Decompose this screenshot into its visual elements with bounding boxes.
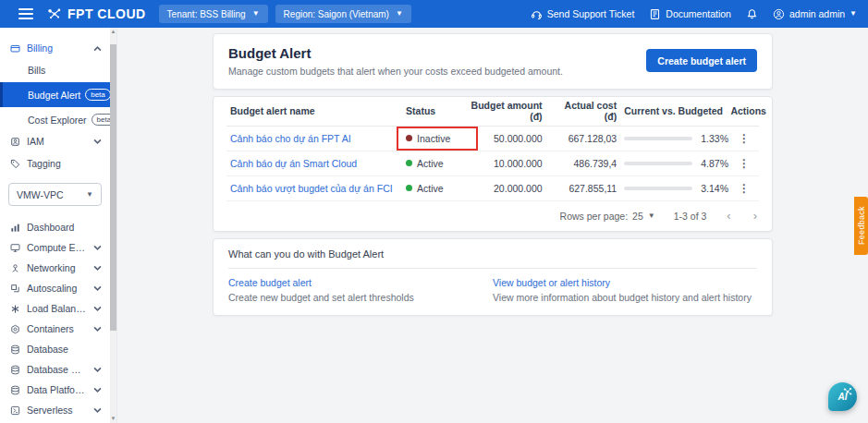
- column-header-budget-alert-name: Budget alert name: [226, 97, 402, 126]
- row-actions-menu-icon[interactable]: ⋮: [739, 132, 750, 145]
- tenant-selector[interactable]: Tenant: BSS Billing ▼: [159, 5, 268, 23]
- row-actions-menu-icon[interactable]: ⋮: [739, 157, 750, 170]
- region-label: Region: Saigon (Vietnam): [284, 9, 389, 19]
- sidebar-item-serverless[interactable]: Serverless: [0, 400, 110, 420]
- help-item-view-budget-or-alert-history: View budget or alert historyView more in…: [493, 277, 757, 303]
- sidebar-item-label: Tagging: [27, 158, 103, 169]
- data-platform-icon: [10, 385, 20, 395]
- rows-per-page-selector[interactable]: Rows per page: 25 ▼: [560, 211, 655, 222]
- sidebar-scrollbar[interactable]: ▲ ▼: [110, 28, 116, 423]
- sidebar-item-budget-alert[interactable]: Budget Alertbeta: [0, 82, 110, 107]
- containers-icon: [10, 324, 20, 334]
- sidebar-item-label: Load Balancer: [27, 303, 86, 314]
- column-header-actions: Actions: [727, 97, 759, 126]
- sidebar-item-autoscaling[interactable]: Autoscaling: [0, 278, 110, 298]
- compute-engine-icon: [10, 243, 20, 253]
- sidebar-item-label: IAM: [27, 136, 86, 147]
- dashboard-icon: [10, 223, 20, 233]
- table-row: Cảnh báo dự án Smart CloudActive10.000.0…: [226, 151, 759, 175]
- status-badge: Active: [406, 158, 444, 169]
- region-selector[interactable]: Region: Saigon (Vietnam) ▼: [275, 5, 411, 23]
- budget-amount-value: 20.000.000: [466, 175, 545, 200]
- sidebar: Billing BillsBudget AlertbetaCost Explor…: [0, 28, 117, 423]
- beta-badge: beta: [85, 89, 111, 101]
- user-name: admin admin: [789, 8, 845, 19]
- chevron-down-icon: [92, 385, 103, 395]
- sidebar-item-tagging[interactable]: Tagging: [0, 152, 110, 175]
- chevron-down-icon: ▼: [850, 10, 857, 18]
- chevron-down-icon: ▼: [252, 10, 260, 18]
- sidebar-item-label: Dashboard: [27, 222, 103, 233]
- create-budget-alert-button[interactable]: Create budget alert: [646, 49, 757, 72]
- sidebar-item-billing[interactable]: Billing: [0, 37, 110, 59]
- feedback-tab[interactable]: Feedback: [854, 197, 868, 255]
- sidebar-item-iam[interactable]: IAM: [0, 130, 110, 152]
- sidebar-item-dashboard[interactable]: Dashboard: [0, 217, 110, 237]
- chevron-down-icon: ▼: [396, 10, 403, 18]
- row-actions-menu-icon[interactable]: ⋮: [739, 182, 750, 195]
- send-support-ticket-link[interactable]: Send Support Ticket: [531, 8, 635, 20]
- budget-alert-name-link[interactable]: Cảnh báo cho dự án FPT AI: [230, 133, 351, 144]
- user-menu[interactable]: admin admin ▼: [773, 8, 857, 20]
- scrollbar-thumb[interactable]: [110, 44, 116, 331]
- actual-cost-value: 627.855,11: [546, 175, 621, 200]
- serverless-icon: [10, 405, 20, 416]
- chevron-down-icon: [92, 243, 103, 253]
- sidebar-item-cost-explorer[interactable]: Cost Explorerbeta: [0, 109, 110, 130]
- page-header-card: Budget Alert Manage custom budgets that …: [213, 33, 773, 90]
- menu-icon[interactable]: [18, 8, 33, 19]
- help-description: Create new budget and set alert threshol…: [228, 292, 493, 303]
- help-card: What can you do with Budget Alert Create…: [213, 238, 773, 316]
- sidebar-item-data-platform[interactable]: Data Platform: [0, 380, 110, 400]
- sidebar-item-label: Autoscaling: [27, 283, 86, 294]
- load-balancer-icon: [10, 304, 20, 314]
- budget-alert-name-link[interactable]: Cảnh báo dự án Smart Cloud: [230, 158, 357, 169]
- tenant-label: Tenant: BSS Billing: [167, 9, 246, 19]
- documentation-link[interactable]: Documentation: [649, 8, 731, 20]
- status-badge: Inactive: [406, 133, 450, 144]
- chevron-down-icon: ▼: [648, 212, 655, 220]
- sidebar-item-database-platform[interactable]: Database Platform: [0, 359, 110, 380]
- rows-per-page-value: 25: [632, 211, 643, 222]
- budget-alert-name-link[interactable]: Cảnh báo vượt bugdet của dự án FCI: [230, 183, 393, 194]
- rows-per-page-label: Rows per page:: [560, 211, 629, 222]
- table-row: Cảnh báo vượt bugdet của dự án FCIActive…: [226, 175, 759, 200]
- pagination-range: 1-3 of 3: [674, 211, 707, 222]
- sidebar-item-compute-engine[interactable]: Compute Engine: [0, 237, 110, 258]
- chevron-up-icon: [92, 43, 103, 54]
- next-page-button[interactable]: ›: [752, 210, 759, 222]
- sidebar-item-bills[interactable]: Bills: [0, 59, 110, 80]
- budget-alert-table-card: Budget alert nameStatusBudget amount (đ)…: [213, 96, 773, 232]
- chevron-down-icon: [92, 365, 103, 375]
- vpc-selector[interactable]: VMW-VPC ▼: [8, 183, 102, 206]
- fpt-cloud-logo[interactable]: FPT CLOUD: [46, 6, 146, 22]
- vpc-selector-value: VMW-VPC: [17, 189, 64, 200]
- main-content: Budget Alert Manage custom budgets that …: [117, 28, 868, 423]
- chevron-down-icon: [92, 405, 103, 416]
- budget-progress-bar: [624, 162, 692, 165]
- budget-alert-table: Budget alert nameStatusBudget amount (đ)…: [226, 97, 759, 201]
- sidebar-item-networking[interactable]: Networking: [0, 258, 110, 278]
- sidebar-item-label: Bills: [28, 65, 45, 76]
- budget-amount-value: 10.000.000: [466, 151, 545, 175]
- previous-page-button[interactable]: ‹: [725, 210, 732, 222]
- sidebar-item-containers[interactable]: Containers: [0, 319, 110, 339]
- sidebar-item-load-balancer[interactable]: Load Balancer: [0, 298, 110, 319]
- sidebar-item-database[interactable]: Database: [0, 339, 110, 359]
- networking-icon: [10, 263, 20, 273]
- help-link[interactable]: View budget or alert history: [493, 277, 757, 288]
- notifications-bell-icon[interactable]: [746, 8, 758, 20]
- molecule-decoration-icon: [843, 387, 852, 396]
- sidebar-item-label: Database Platform: [27, 364, 86, 375]
- chevron-down-icon: [92, 284, 103, 294]
- status-label: Inactive: [417, 133, 450, 144]
- database-icon: [10, 344, 20, 355]
- budget-percent-label: 4.87%: [701, 158, 728, 169]
- help-link[interactable]: Create budget alert: [228, 277, 493, 288]
- budget-percent-label: 1.33%: [701, 133, 728, 144]
- sidebar-item-label: Compute Engine: [27, 242, 86, 253]
- column-header-current-vs-budgeted: Current vs. Budgeted: [620, 97, 727, 126]
- budget-percent-label: 3.14%: [701, 183, 728, 194]
- ai-assistant-button[interactable]: AI: [828, 382, 857, 411]
- budget-progress-bar: [624, 137, 692, 140]
